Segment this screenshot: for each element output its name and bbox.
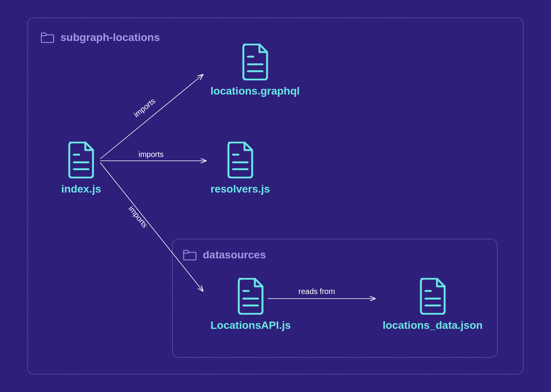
file-icon xyxy=(225,142,255,178)
diagram-canvas: subgraph-locations datasources index.js … xyxy=(0,0,551,392)
file-icon xyxy=(66,142,96,178)
file-label-api: LocationsAPI.js xyxy=(210,319,291,332)
file-node-index: index.js xyxy=(61,142,101,195)
file-label-data: locations_data.json xyxy=(383,319,483,332)
file-icon xyxy=(418,278,448,315)
file-node-resolvers: resolvers.js xyxy=(210,142,270,195)
file-node-schema: locations.graphql xyxy=(210,44,300,97)
file-label-schema: locations.graphql xyxy=(210,85,300,97)
file-icon xyxy=(240,44,270,80)
file-label-index: index.js xyxy=(61,183,101,195)
inner-folder-label: datasources xyxy=(203,249,266,261)
outer-folder-header: subgraph-locations xyxy=(41,31,160,44)
file-node-data: locations_data.json xyxy=(383,278,483,332)
edge-label-reads-from: reads from xyxy=(298,287,335,296)
edge-label-imports-2: imports xyxy=(139,150,164,159)
folder-icon xyxy=(183,249,197,261)
file-icon xyxy=(236,278,266,315)
file-label-resolvers: resolvers.js xyxy=(210,183,270,195)
file-node-api: LocationsAPI.js xyxy=(210,278,291,332)
folder-icon xyxy=(41,32,54,43)
inner-folder-header: datasources xyxy=(183,249,266,261)
outer-folder-label: subgraph-locations xyxy=(60,31,160,44)
